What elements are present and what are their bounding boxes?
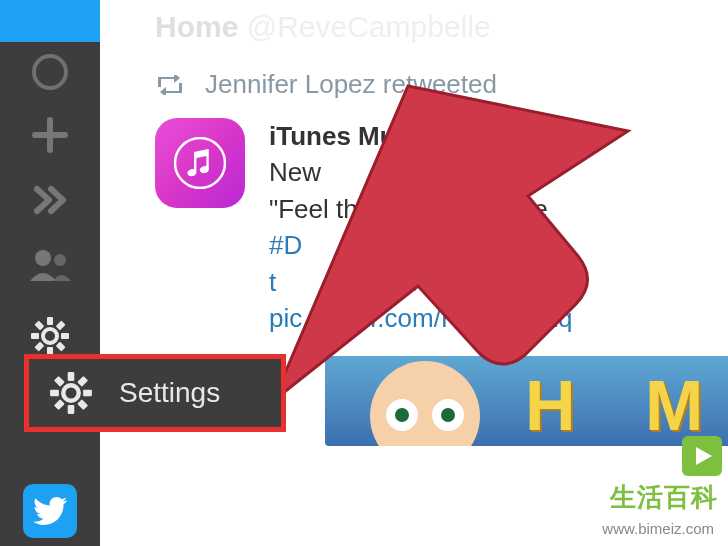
sidebar-item-twitter[interactable] — [0, 476, 100, 546]
svg-point-2 — [43, 329, 57, 343]
svg-rect-20 — [77, 399, 88, 410]
settings-highlight[interactable]: Settings — [24, 354, 286, 432]
svg-rect-5 — [31, 333, 39, 339]
column-header: Home @ReveCampbelle — [100, 0, 728, 49]
sidebar-item-add[interactable] — [0, 102, 100, 167]
watermark-url: www.bimeiz.com — [598, 519, 718, 538]
svg-rect-14 — [68, 405, 75, 414]
svg-point-0 — [35, 250, 51, 266]
svg-rect-18 — [54, 399, 65, 410]
watermark-play-icon — [682, 436, 722, 476]
tweet-avatar[interactable] — [155, 118, 245, 208]
sidebar — [0, 0, 100, 546]
itunes-icon — [174, 137, 226, 189]
retweet-icon — [155, 75, 185, 95]
svg-rect-15 — [50, 390, 59, 397]
profile-avatar-icon — [32, 54, 68, 90]
svg-rect-8 — [34, 342, 44, 352]
svg-point-1 — [54, 254, 66, 266]
gear-icon — [30, 316, 70, 356]
svg-rect-10 — [56, 342, 66, 352]
plus-icon — [29, 114, 71, 156]
gear-icon — [49, 371, 93, 415]
twitter-bird-icon — [33, 497, 67, 525]
svg-rect-6 — [61, 333, 69, 339]
svg-rect-7 — [56, 320, 66, 330]
header-title: Home — [155, 10, 238, 43]
sidebar-item-home[interactable] — [0, 0, 100, 42]
svg-point-11 — [175, 138, 225, 188]
svg-rect-19 — [54, 376, 65, 387]
people-icon — [27, 247, 73, 283]
chevrons-right-icon — [29, 179, 71, 221]
watermark: 生活百科 www.bimeiz.com — [528, 480, 728, 538]
svg-point-12 — [63, 385, 78, 400]
header-handle: @ReveCampbelle — [247, 10, 491, 43]
instruction-arrow-icon — [258, 56, 638, 416]
sidebar-item-profile[interactable] — [0, 42, 100, 102]
svg-rect-9 — [34, 320, 44, 330]
sidebar-item-expand[interactable] — [0, 167, 100, 232]
sidebar-item-people[interactable] — [0, 232, 100, 297]
svg-rect-13 — [68, 372, 75, 381]
svg-rect-17 — [77, 376, 88, 387]
svg-rect-3 — [47, 317, 53, 325]
svg-rect-16 — [83, 390, 92, 397]
settings-label: Settings — [119, 377, 220, 409]
watermark-cn: 生活百科 — [610, 480, 718, 515]
